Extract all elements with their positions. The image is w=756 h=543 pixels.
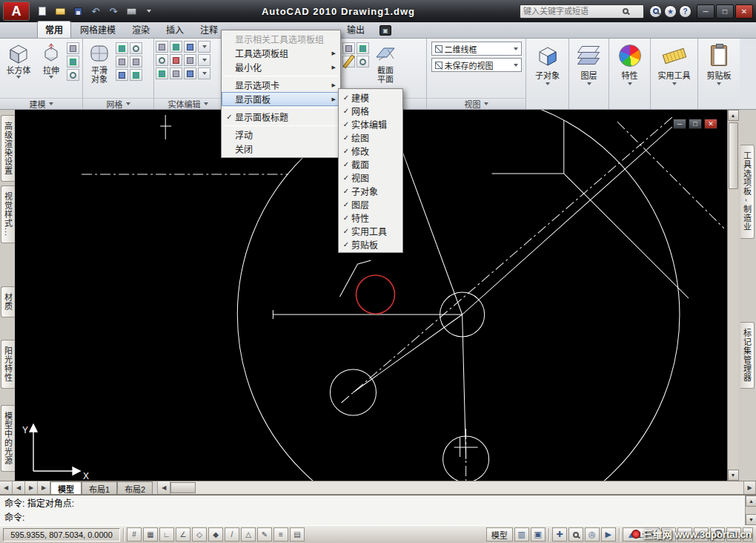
ribbon-icon[interactable] (116, 56, 128, 68)
layout-nav-first-button[interactable]: ◀ (0, 481, 13, 494)
doc-restore-button[interactable]: □ (689, 119, 702, 129)
ribbon-icon[interactable] (357, 56, 369, 68)
scroll-right-button[interactable]: ▶ (743, 481, 756, 494)
layout-nav-last-button[interactable]: ▶ (38, 481, 50, 494)
submenu-item-modeling[interactable]: ✓建模 (339, 90, 402, 104)
steering-wheel-button[interactable]: ◎ (585, 527, 600, 542)
pan-button[interactable]: ✚ (552, 527, 567, 542)
menu-item-minimize[interactable]: 最小化 ▶ (222, 60, 340, 74)
menu-item-show-panel-titles[interactable]: ✓ 显示面板标题 (222, 110, 340, 124)
submenu-item-section[interactable]: ✓截面 (339, 157, 402, 171)
coordinates-readout[interactable]: 595.9355, 807.5034, 0.0000 (3, 528, 120, 542)
tab-layout1[interactable]: 布局1 (82, 481, 117, 494)
annotation-visibility-button[interactable]: ☼ (661, 527, 676, 542)
application-menu-button[interactable]: A (3, 1, 30, 21)
submenu-item-subobject[interactable]: ✓子对象 (339, 184, 402, 197)
command-input-line[interactable]: 命令: (4, 511, 743, 525)
section-plane-button[interactable]: 截面平面 (371, 41, 400, 85)
extrude-button[interactable]: 拉伸 (37, 41, 65, 79)
scroll-up-button[interactable]: ▲ (728, 110, 739, 121)
layout-nav-next-button[interactable]: ▶ (25, 481, 38, 494)
osnap-3d-toggle[interactable]: ◆ (208, 527, 223, 542)
cmd-scroll-track[interactable] (746, 507, 756, 514)
ribbon-icon[interactable] (342, 42, 355, 54)
undo-button[interactable]: ↶ (87, 4, 104, 19)
vertical-scroll-thumb[interactable] (729, 122, 738, 189)
showmotion-button[interactable]: ▶ (601, 527, 616, 542)
smooth-object-button[interactable]: 平滑对象 (84, 41, 114, 85)
tab-layout2[interactable]: 布局2 (117, 481, 153, 494)
submenu-item-utilities[interactable]: ✓实用工具 (339, 224, 402, 237)
ribbon-icon[interactable] (198, 54, 210, 66)
doc-minimize-button[interactable]: ─ (673, 119, 686, 129)
cmd-scroll-up-button[interactable]: ▲ (746, 496, 756, 507)
ribbon-icon[interactable] (156, 41, 168, 53)
search-icon[interactable] (623, 8, 629, 14)
clean-screen-button[interactable]: ▣ (726, 527, 741, 542)
save-button[interactable] (70, 4, 86, 19)
submenu-item-draw[interactable]: ✓绘图 (339, 131, 402, 144)
submenu-item-solid-editing[interactable]: ✓实体编辑 (339, 117, 402, 131)
help-button[interactable]: ? (679, 5, 692, 18)
menu-item-show-tabs[interactable]: 显示选项卡 ▶ (222, 78, 340, 92)
tab-output[interactable]: 输出 (339, 22, 372, 38)
utilities-panel-button[interactable]: 实用工具 (653, 41, 696, 85)
panel-title-mesh[interactable]: 网格 (83, 98, 153, 109)
grid-toggle[interactable]: ▦ (143, 527, 158, 542)
ribbon-icon[interactable] (357, 42, 369, 54)
panel-title-modeling[interactable]: 建模 (0, 98, 82, 109)
scroll-left-button[interactable]: ◀ (158, 481, 170, 494)
tab-insert[interactable]: 插入 (159, 22, 191, 38)
qat-customize-button[interactable] (141, 4, 157, 19)
ribbon-icon[interactable] (116, 42, 128, 54)
panel-title-solid-editing[interactable]: 实体编辑 (154, 98, 222, 109)
menu-item-tool-palette-group[interactable]: 工具选项板组 ▶ (222, 46, 340, 60)
tab-model[interactable]: 模型 (50, 481, 82, 494)
submenu-item-clipboard[interactable]: ✓剪贴板 (339, 237, 402, 251)
new-file-button[interactable] (34, 4, 50, 19)
search-input[interactable] (523, 7, 620, 16)
ribbon-icon[interactable] (156, 68, 168, 79)
model-space-button[interactable]: 模型 (486, 527, 513, 542)
toolbar-lock-button[interactable] (710, 527, 725, 542)
menu-item-close[interactable]: 关闭 (222, 142, 340, 156)
communication-center-button[interactable] (649, 5, 662, 18)
osnap-toggle[interactable]: ◇ (192, 527, 207, 542)
annotation-scale-control[interactable]: ▲ 1:1 (623, 527, 660, 542)
ribbon-icon[interactable] (67, 69, 79, 81)
menu-item-show-panels[interactable]: 显示面板 ▶ (222, 92, 340, 106)
submenu-item-layers[interactable]: ✓图层 (339, 197, 402, 211)
palette-sun-properties[interactable]: 阳光特性 (1, 340, 15, 389)
scroll-down-button[interactable]: ▼ (728, 470, 739, 481)
ribbon-icon[interactable] (67, 42, 79, 54)
palette-visual-styles[interactable]: 视觉样式... (1, 185, 15, 243)
ribbon-icon[interactable] (67, 56, 79, 68)
named-view-combo[interactable]: 未保存的视图 (431, 58, 522, 72)
ribbon-minimize-icon[interactable]: ▣ (379, 25, 391, 36)
qp-toggle[interactable]: ▤ (290, 527, 305, 542)
ribbon-icon[interactable] (198, 68, 210, 79)
layout-nav-prev-button[interactable]: ◀ (13, 481, 25, 494)
submenu-item-modify[interactable]: ✓修改 (339, 144, 402, 157)
polar-toggle[interactable]: ∠ (176, 527, 190, 542)
dyn-toggle[interactable]: ✎ (257, 527, 272, 542)
ribbon-icon[interactable] (170, 68, 182, 79)
vertical-scrollbar[interactable]: ▲ ▼ (727, 110, 738, 481)
horizontal-scroll-track[interactable] (196, 481, 743, 494)
visual-style-combo[interactable]: 二维线框 (431, 42, 522, 56)
command-scrollbar[interactable]: ▲ ▼ (745, 496, 756, 525)
plot-button[interactable] (123, 4, 139, 19)
ribbon-icon[interactable] (342, 56, 355, 68)
favorites-button[interactable]: ★ (664, 5, 677, 18)
status-menu-button[interactable]: ▾ (743, 527, 753, 542)
quick-view-drawings-button[interactable]: ▣ (531, 527, 546, 542)
tab-render[interactable]: 渲染 (125, 22, 157, 38)
workspace-switching-button[interactable]: ⚙ (694, 527, 709, 542)
ribbon-icon[interactable] (156, 54, 168, 66)
ribbon-icon[interactable] (130, 56, 142, 68)
close-button[interactable]: ✕ (735, 4, 753, 19)
menu-item-float[interactable]: 浮动 (222, 128, 340, 142)
help-search-box[interactable] (520, 4, 644, 19)
ribbon-icon[interactable] (130, 69, 142, 81)
ribbon-icon[interactable] (184, 54, 196, 66)
